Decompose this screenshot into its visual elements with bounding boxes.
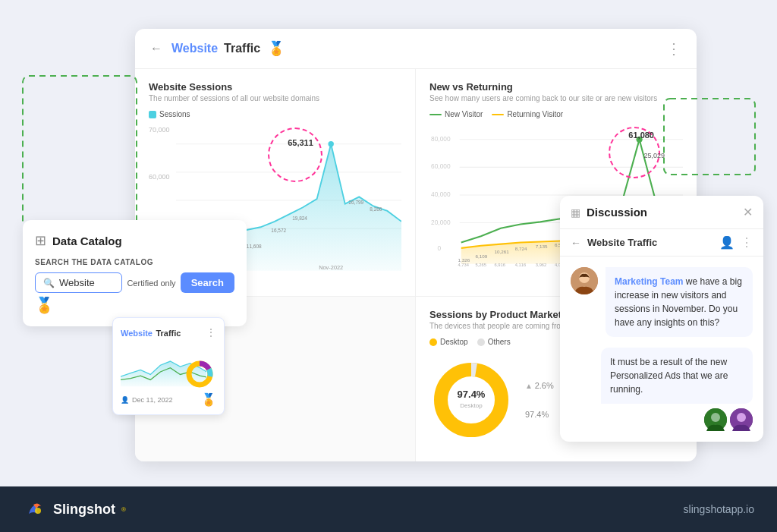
sessions-legend-dot — [149, 111, 156, 118]
discussion-grid-icon: ▦ — [571, 206, 580, 219]
svg-text:6,109: 6,109 — [476, 253, 488, 259]
reply-avatar-1 — [704, 408, 727, 431]
search-input-value: Website — [59, 277, 95, 288]
svg-text:10,261: 10,261 — [495, 249, 510, 254]
catalog-award: 🏅 — [35, 296, 234, 314]
search-button[interactable]: Search — [181, 272, 234, 293]
returning-second-value: 25,029 — [643, 152, 665, 159]
sender-avatar — [571, 267, 598, 294]
dashboard-title-traffic: Traffic — [224, 42, 260, 55]
discussion-title: Discussion — [587, 206, 737, 219]
message-1: Marketing Team we have a big increase in… — [571, 267, 753, 337]
desktop-pct-label: 97.4% — [525, 410, 554, 419]
donut-labels: ▲ 2.6% 97.4% — [525, 381, 554, 419]
svg-text:40,000: 40,000 — [431, 190, 451, 198]
svg-text:97.4%: 97.4% — [458, 389, 486, 400]
svg-text:8,724: 8,724 — [515, 246, 527, 251]
desktop-pct-value: 97.4% — [525, 410, 549, 419]
mini-card-date: 👤 Dec 11, 2022 — [121, 396, 173, 404]
y-label-60k: 60,000 — [149, 173, 170, 181]
certified-label: Certified only — [127, 279, 175, 288]
mini-donut — [184, 359, 215, 389]
dashboard-header: ← Website Traffic 🏅 ⋮ — [135, 29, 697, 69]
brand-logo: Slingshot ® — [23, 497, 126, 521]
donut-container: 97.4% Desktop ▲ 2.6% 97.4% — [429, 358, 554, 442]
sessions-legend: Sessions — [149, 110, 401, 118]
discussion-back-button[interactable]: ← — [571, 237, 581, 249]
returning-visitor-legend: Returning Visitor — [492, 110, 563, 118]
sessions-chart-subtitle: The number of sessions of all our websit… — [149, 94, 401, 102]
desktop-legend-dot — [429, 338, 437, 346]
svg-text:11,608: 11,608 — [247, 244, 262, 249]
message-1-bubble: Marketing Team we have a big increase in… — [606, 267, 753, 337]
discussion-close-button[interactable]: ✕ — [743, 205, 753, 219]
catalog-icon: ⊞ — [35, 232, 46, 249]
search-input-wrap[interactable]: 🔍 Website — [35, 272, 122, 293]
returning-legend: New Visitor Returning Visitor — [429, 110, 683, 118]
discussion-more-icon[interactable]: ⋮ — [741, 235, 753, 250]
mini-card-more[interactable]: ⋮ — [206, 326, 216, 338]
discussion-sub-title: Website Traffic — [587, 237, 713, 248]
others-pct-label: ▲ 2.6% — [525, 381, 554, 390]
sessions-chart-title: Website Sessions — [149, 81, 401, 93]
reply-avatar-2 — [730, 408, 753, 431]
sessions-legend-label: Sessions — [159, 110, 190, 118]
message-mention: Marketing Team — [615, 276, 683, 287]
others-pct-value: 2.6% — [535, 381, 554, 390]
man1-avatar-svg — [704, 408, 727, 431]
mini-card-website: Website — [121, 329, 153, 338]
svg-text:7,135: 7,135 — [536, 244, 548, 249]
donut-chart: 97.4% Desktop — [429, 358, 513, 442]
search-icon: 🔍 — [43, 278, 55, 288]
mini-card-traffic: Traffic — [156, 329, 181, 338]
others-legend-label: Others — [488, 338, 511, 346]
award-icon: 🏅 — [268, 40, 285, 57]
discussion-sub-header: ← Website Traffic 👤 ⋮ — [560, 229, 763, 257]
mini-card-date-text: Dec 11, 2022 — [132, 396, 173, 404]
mini-result-card: Website Traffic ⋮ 👤 — [112, 317, 225, 415]
returning-visitor-label: Returning Visitor — [507, 110, 563, 118]
product-legend: Desktop Others — [429, 338, 511, 346]
returning-visitor-line — [492, 114, 504, 115]
product-chart-title: Sessions by Product Marketed — [429, 309, 573, 320]
svg-point-47 — [441, 370, 502, 430]
discussion-sub-icons: 👤 ⋮ — [719, 235, 753, 250]
mini-chart-area — [121, 344, 216, 389]
data-catalog-card: ⊞ Data Catalog SEARCH THE DATA CATALOG 🔍… — [23, 220, 247, 326]
svg-text:5,265: 5,265 — [476, 263, 486, 267]
catalog-title: Data Catalog — [52, 235, 122, 247]
others-legend: Others — [477, 338, 511, 346]
more-options-button[interactable]: ⋮ — [666, 39, 681, 58]
svg-text:1,326: 1,326 — [458, 257, 470, 263]
mini-card-award: 🏅 — [201, 392, 216, 407]
man2-avatar-svg — [730, 408, 753, 431]
woman-avatar-svg — [571, 267, 598, 294]
new-visitor-line — [429, 114, 442, 115]
desktop-legend: Desktop — [429, 338, 468, 346]
back-button[interactable]: ← — [150, 42, 162, 55]
y-label-70k: 70,000 — [149, 126, 170, 134]
returning-chart-title: New vs Returning — [429, 81, 683, 93]
svg-text:80,000: 80,000 — [431, 135, 451, 143]
message-1-content: Marketing Team we have a big increase in… — [606, 267, 753, 337]
svg-text:19,824: 19,824 — [292, 216, 307, 221]
mini-card-footer: 👤 Dec 11, 2022 🏅 — [121, 392, 216, 407]
new-visitor-label: New Visitor — [445, 110, 483, 118]
bottom-bar: Slingshot ® slingshotapp.io — [0, 486, 777, 532]
message-2-bubble: It must be a result of the new Personali… — [601, 348, 753, 404]
svg-point-4 — [328, 141, 333, 146]
reply-avatars — [704, 408, 753, 431]
sessions-legend-item: Sessions — [149, 110, 190, 118]
svg-point-57 — [711, 413, 720, 422]
svg-text:0: 0 — [437, 244, 441, 252]
dashboard-title-website: Website — [171, 42, 218, 55]
svg-text:4,116: 4,116 — [515, 263, 526, 267]
message-2: It must be a result of the new Personali… — [571, 348, 753, 431]
mini-card-header: Website Traffic ⋮ — [121, 326, 216, 339]
svg-text:4,734: 4,734 — [458, 263, 470, 267]
peak-value-label: 65,311 — [288, 138, 313, 147]
svg-text:6,916: 6,916 — [495, 263, 505, 267]
new-visitor-legend: New Visitor — [429, 110, 483, 118]
mini-card-titles: Website Traffic — [121, 326, 181, 339]
svg-text:60,000: 60,000 — [431, 162, 451, 170]
